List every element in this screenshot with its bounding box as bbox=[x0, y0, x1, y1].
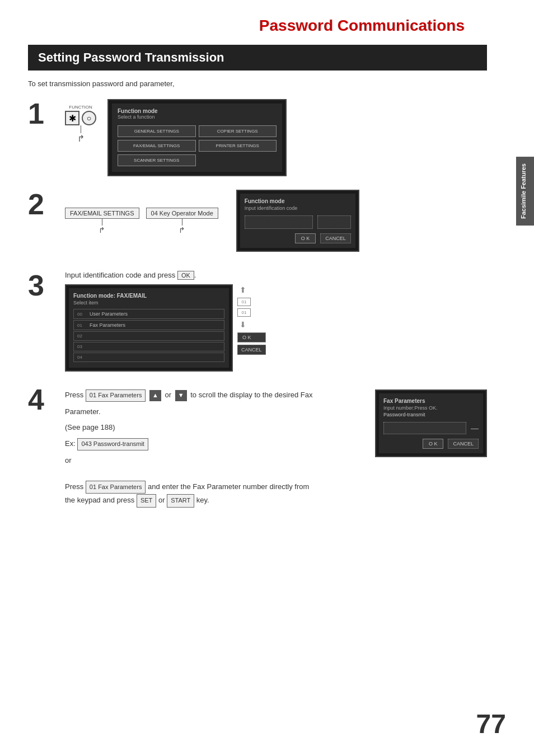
cursor-hand-icon-3: ↱ bbox=[179, 226, 185, 234]
screen4-title: Fax Parameters bbox=[383, 398, 479, 404]
cursor-hand-icon-2: ↱ bbox=[99, 226, 105, 234]
step3-text: Input identification code and press OK. bbox=[65, 271, 487, 280]
num-display: 01 bbox=[237, 298, 251, 306]
fax-email-settings-key[interactable]: FAX/EMAIL SETTINGS bbox=[65, 208, 139, 219]
side-tab: Facsimile Features bbox=[516, 157, 534, 226]
screen4-dash: — bbox=[471, 422, 479, 434]
scroll-down-icon[interactable]: ⬇ bbox=[237, 319, 249, 330]
step-number-4: 4 bbox=[28, 385, 56, 414]
screen1-btn-scanner[interactable]: SCANNER SETTINGS bbox=[118, 154, 196, 166]
section-heading: Setting Password Transmission bbox=[28, 45, 487, 71]
screen-3: Function mode: FAX/EMAIL Select item 00 … bbox=[65, 284, 233, 372]
screen2-ok-button[interactable]: O K bbox=[295, 233, 316, 243]
screen4-param: Password-transmit bbox=[383, 412, 479, 417]
screen2-cancel-button[interactable]: CANCEL bbox=[320, 233, 351, 243]
screen4-input-left[interactable] bbox=[383, 422, 466, 434]
step4-ex: Ex: 043 Password-transmit bbox=[65, 438, 364, 450]
screen3-list: 00 User Parameters 01 Fax Parameters 02 bbox=[73, 309, 224, 362]
step-2: 2 FAX/EMAIL SETTINGS ↱ 04 Key Operator M… bbox=[28, 190, 487, 257]
step4-or: or bbox=[65, 455, 364, 467]
step4-text-2: Parameter. bbox=[65, 406, 364, 418]
page-title: Password Communications bbox=[28, 17, 487, 35]
screen3-side-controls: ⬆ 01 01 ⬇ O K CANCEL bbox=[237, 284, 266, 355]
fax-email-key-area: FAX/EMAIL SETTINGS ↱ bbox=[65, 208, 139, 234]
screen-1: Function mode Select a function GENERAL … bbox=[107, 99, 287, 176]
list-item-01[interactable]: 01 Fax Parameters bbox=[73, 320, 224, 330]
list-item-00[interactable]: 00 User Parameters bbox=[73, 309, 224, 319]
scroll-up-icon[interactable]: ⬆ bbox=[237, 284, 249, 295]
ok-key-inline[interactable]: OK bbox=[177, 271, 194, 280]
function-key-icon[interactable]: ✱ bbox=[65, 111, 79, 125]
screen1-btn-general[interactable]: GENERAL SETTINGS bbox=[118, 125, 196, 137]
step-3: 3 Input identification code and press OK… bbox=[28, 271, 487, 372]
screen1-title: Function mode bbox=[118, 108, 277, 114]
step4-bottom-text: Press 01 Fax Parameters and enter the Fa… bbox=[65, 480, 487, 508]
screen3-layout: Function mode: FAX/EMAIL Select item 00 … bbox=[65, 284, 487, 372]
step2-keys-area: FAX/EMAIL SETTINGS ↱ 04 Key Operator Mod… bbox=[65, 190, 487, 252]
step-4: 4 Press 01 Fax Parameters ▲ or ▼ to scro… bbox=[28, 385, 487, 508]
down-arrow-btn[interactable]: ▼ bbox=[175, 390, 187, 401]
screen3-title: Function mode: FAX/EMAIL bbox=[73, 293, 224, 299]
step-number-2: 2 bbox=[28, 190, 56, 219]
key-operator-mode-key[interactable]: 04 Key Operator Mode bbox=[146, 208, 218, 219]
screen4-subtitle: Input number:Press OK. bbox=[383, 405, 479, 411]
connector-line-2 bbox=[182, 219, 182, 226]
function-ring-icon[interactable]: ○ bbox=[82, 111, 96, 125]
key-operator-area: 04 Key Operator Mode ↱ bbox=[146, 208, 218, 234]
start-key[interactable]: START bbox=[167, 494, 194, 508]
bottom-fax-params-key[interactable]: 01 Fax Parameters bbox=[86, 481, 146, 494]
list-item-04[interactable]: 04 bbox=[73, 353, 224, 362]
step4-text-1: Press 01 Fax Parameters ▲ or ▼ to scroll… bbox=[65, 389, 364, 402]
screen3-ok-button[interactable]: O K bbox=[237, 332, 266, 342]
function-label: FUNCTION bbox=[69, 105, 92, 110]
password-transmit-key[interactable]: 043 Password-transmit bbox=[77, 438, 148, 450]
screen3-subtitle: Select item bbox=[73, 300, 224, 306]
screen2-input-right[interactable] bbox=[317, 215, 351, 229]
num-display-2: 01 bbox=[237, 308, 251, 317]
list-item-02[interactable]: 02 bbox=[73, 331, 224, 341]
connector-line-1 bbox=[102, 219, 102, 226]
screen1-btn-copier[interactable]: COPIER SETTINGS bbox=[199, 125, 277, 137]
function-key-area: FUNCTION ✱ ○ ↱ bbox=[65, 105, 96, 144]
step4-see-page: (See page 188) bbox=[65, 422, 364, 434]
screen2-input-left[interactable] bbox=[245, 215, 313, 229]
page-number: 77 bbox=[476, 708, 506, 739]
step-number-1: 1 bbox=[28, 99, 56, 128]
screen4-cancel-button[interactable]: CANCEL bbox=[448, 439, 479, 449]
screen3-cancel-button[interactable]: CANCEL bbox=[237, 345, 266, 355]
screen1-btn-printer[interactable]: PRINTER SETTINGS bbox=[199, 140, 277, 152]
up-arrow-btn[interactable]: ▲ bbox=[149, 390, 161, 401]
screen2-title: Function mode bbox=[245, 198, 351, 204]
cursor-hand-icon: ↱ bbox=[77, 133, 85, 144]
screen-2: Function mode Input identification code … bbox=[236, 190, 359, 252]
fax-params-key[interactable]: 01 Fax Parameters bbox=[86, 389, 146, 402]
intro-text: To set transmission password and paramet… bbox=[28, 79, 487, 88]
screen2-subtitle: Input identification code bbox=[245, 205, 351, 211]
step-number-3: 3 bbox=[28, 271, 56, 300]
set-key[interactable]: SET bbox=[137, 494, 156, 508]
connector-line bbox=[81, 125, 81, 133]
screen4-ok-button[interactable]: O K bbox=[423, 439, 444, 449]
screen1-subtitle: Select a function bbox=[118, 114, 277, 120]
step-1: 1 FUNCTION ✱ ○ ↱ Function m bbox=[28, 99, 487, 176]
list-item-03[interactable]: 03 bbox=[73, 342, 224, 351]
screen1-btn-fax[interactable]: FAX/EMAIL SETTINGS bbox=[118, 140, 196, 152]
screen-4: Fax Parameters Input number:Press OK. Pa… bbox=[375, 389, 487, 457]
